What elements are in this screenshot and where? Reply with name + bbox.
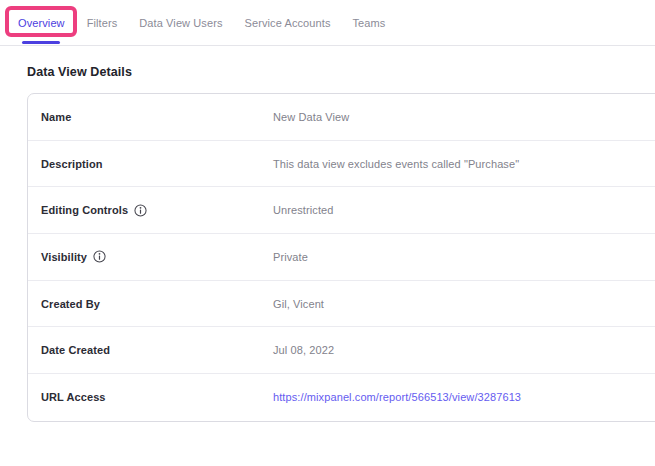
detail-row-name: Name New Data View: [28, 94, 655, 141]
tab-data-view-users-label: Data View Users: [139, 17, 222, 29]
detail-label-cell: Description: [41, 158, 273, 170]
tab-teams-label: Teams: [353, 17, 386, 29]
detail-label-cell: Name: [41, 111, 273, 123]
detail-row-visibility: Visibility Private: [28, 234, 655, 281]
tab-data-view-users[interactable]: Data View Users: [139, 0, 222, 45]
detail-label-cell: Visibility: [41, 250, 273, 263]
detail-row-editing-controls: Editing Controls Unrestricted: [28, 187, 655, 234]
detail-label: Date Created: [41, 344, 110, 356]
tab-service-accounts-label: Service Accounts: [245, 17, 331, 29]
overview-panel: Data View Details Name New Data View Des…: [0, 46, 655, 422]
detail-row-created-by: Created By Gil, Vicent: [28, 281, 655, 328]
tab-service-accounts[interactable]: Service Accounts: [245, 0, 331, 45]
detail-value: Unrestricted: [273, 204, 334, 216]
detail-value: Private: [273, 251, 308, 263]
detail-label: Name: [41, 111, 71, 123]
detail-label: Editing Controls: [41, 204, 128, 216]
info-icon[interactable]: [93, 250, 106, 263]
detail-label: Created By: [41, 298, 100, 310]
detail-row-description: Description This data view excludes even…: [28, 141, 655, 188]
details-card: Name New Data View Description This data…: [27, 93, 655, 422]
detail-label: Description: [41, 158, 103, 170]
detail-value: New Data View: [273, 111, 349, 123]
detail-value: This data view excludes events called "P…: [273, 158, 519, 170]
tab-filters-label: Filters: [87, 17, 118, 29]
detail-label: Visibility: [41, 251, 87, 263]
detail-value: Gil, Vicent: [273, 298, 324, 310]
detail-row-date-created: Date Created Jul 08, 2022: [28, 327, 655, 374]
detail-value: Jul 08, 2022: [273, 344, 334, 356]
tab-teams[interactable]: Teams: [353, 0, 386, 45]
detail-label-cell: URL Access: [41, 391, 273, 403]
url-access-link[interactable]: https://mixpanel.com/report/566513/view/…: [273, 391, 521, 403]
detail-row-url-access: URL Access https://mixpanel.com/report/5…: [28, 374, 655, 421]
detail-label-cell: Date Created: [41, 344, 273, 356]
tab-overview-label: Overview: [18, 17, 65, 29]
detail-label-cell: Created By: [41, 298, 273, 310]
tab-filters[interactable]: Filters: [87, 0, 118, 45]
info-icon[interactable]: [134, 204, 147, 217]
section-title: Data View Details: [27, 65, 655, 79]
tabs-bar: Overview Filters Data View Users Service…: [0, 0, 655, 46]
detail-label-cell: Editing Controls: [41, 204, 273, 217]
detail-label: URL Access: [41, 391, 106, 403]
active-tab-indicator: [22, 41, 60, 44]
tab-overview[interactable]: Overview: [18, 0, 65, 45]
